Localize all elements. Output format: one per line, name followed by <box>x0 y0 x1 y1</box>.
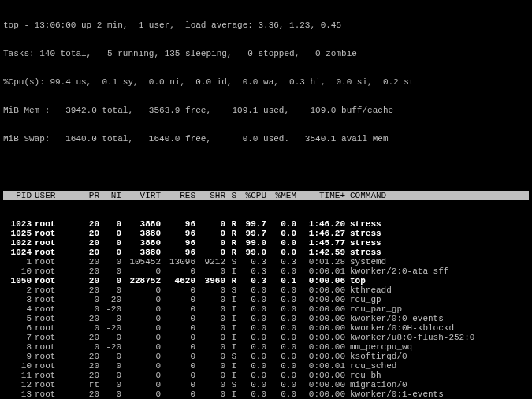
cell-shr: 3960 <box>195 276 225 285</box>
cell-cpu: 0.3 <box>236 276 266 285</box>
cell-pid: 3 <box>3 295 32 304</box>
cell-cpu: 0.3 <box>236 257 266 267</box>
cell-pr: 20 <box>77 248 99 257</box>
cell-mem: 0.0 <box>266 238 296 248</box>
cell-cpu: 0.0 <box>236 342 266 352</box>
cell-virt: 0 <box>121 390 161 399</box>
cell-s: I <box>225 323 236 333</box>
cell-pid: 1023 <box>3 219 32 229</box>
summary-line-2: Tasks: 140 total, 5 running, 135 sleepin… <box>3 49 529 58</box>
process-row: 6root0-20000I0.00.00:00.00kworker/0:0H-k… <box>3 323 529 333</box>
cell-ni: -20 <box>99 304 121 314</box>
cell-user: root <box>32 304 77 314</box>
col-res: RES <box>161 191 195 200</box>
cell-user: root <box>32 285 77 295</box>
cell-shr: 0 <box>195 352 225 361</box>
process-row: 1root200105452130969212S0.30.30:01.28sys… <box>3 257 529 267</box>
cell-virt: 0 <box>121 361 161 371</box>
cell-s: R <box>225 276 236 285</box>
cell-time: 0:00.00 <box>296 352 345 361</box>
cell-ni: 0 <box>99 276 121 285</box>
cell-ni: 0 <box>99 314 121 323</box>
cell-cmd: ksoftirqd/0 <box>345 352 529 361</box>
cell-mem: 0.0 <box>266 361 296 371</box>
cell-virt: 0 <box>121 352 161 361</box>
process-row: 9root200000S0.00.00:00.00ksoftirqd/0 <box>3 352 529 361</box>
cell-s: S <box>225 380 236 390</box>
cell-user: root <box>32 342 77 352</box>
cell-pid: 7 <box>3 333 32 342</box>
cell-time: 0:00.00 <box>296 333 345 342</box>
cell-user: root <box>32 257 77 267</box>
cell-res: 0 <box>161 304 195 314</box>
cell-user: root <box>32 352 77 361</box>
cell-virt: 0 <box>121 333 161 342</box>
cell-pr: 20 <box>77 219 99 229</box>
cell-res: 0 <box>161 352 195 361</box>
cell-pr: 0 <box>77 295 99 304</box>
cell-cmd: kworker/u8:0-flush-252:0 <box>345 333 529 342</box>
cell-shr: 0 <box>195 229 225 238</box>
cell-virt: 3880 <box>121 238 161 248</box>
cell-time: 1:45.77 <box>296 238 345 248</box>
cell-shr: 0 <box>195 285 225 295</box>
process-row: 7root200000I0.00.00:00.00kworker/u8:0-fl… <box>3 333 529 342</box>
cell-res: 0 <box>161 323 195 333</box>
cell-user: root <box>32 361 77 371</box>
cell-mem: 0.0 <box>266 342 296 352</box>
cell-shr: 0 <box>195 380 225 390</box>
cell-cmd: systemd <box>345 257 529 267</box>
cell-mem: 0.0 <box>266 219 296 229</box>
cell-ni: 0 <box>99 380 121 390</box>
process-row: 1022root2003880960R99.00.01:45.77stress <box>3 238 529 248</box>
cell-s: I <box>225 304 236 314</box>
cell-time: 0:00.00 <box>296 390 345 399</box>
cell-cmd: rcu_sched <box>345 361 529 371</box>
cell-ni: 0 <box>99 229 121 238</box>
col-pid: PID <box>3 191 32 200</box>
cell-cmd: mm_percpu_wq <box>345 342 529 352</box>
cell-ni: 0 <box>99 257 121 267</box>
cell-res: 0 <box>161 333 195 342</box>
cell-virt: 0 <box>121 295 161 304</box>
cell-res: 13096 <box>161 257 195 267</box>
cell-time: 0:00.00 <box>296 342 345 352</box>
cell-pr: 0 <box>77 304 99 314</box>
cell-mem: 0.0 <box>266 267 296 276</box>
cell-pr: 20 <box>77 285 99 295</box>
cell-cmd: rcu_bh <box>345 371 529 380</box>
cell-cpu: 99.0 <box>236 248 266 257</box>
cell-virt: 0 <box>121 314 161 323</box>
cell-shr: 0 <box>195 314 225 323</box>
cell-time: 0:00.00 <box>296 285 345 295</box>
cell-mem: 0.0 <box>266 304 296 314</box>
cell-res: 0 <box>161 371 195 380</box>
cell-pid: 1022 <box>3 238 32 248</box>
cell-cpu: 0.0 <box>236 323 266 333</box>
cell-pid: 11 <box>3 371 32 380</box>
cell-pid: 2 <box>3 285 32 295</box>
cell-user: root <box>32 295 77 304</box>
cell-mem: 0.0 <box>266 323 296 333</box>
cell-cpu: 0.0 <box>236 371 266 380</box>
cell-res: 96 <box>161 229 195 238</box>
cell-pid: 1050 <box>3 276 32 285</box>
process-row: 13root200000I0.00.00:00.00kworker/0:1-ev… <box>3 390 529 399</box>
cell-virt: 3880 <box>121 229 161 238</box>
cell-s: I <box>225 267 236 276</box>
cell-mem: 0.0 <box>266 371 296 380</box>
cell-user: root <box>32 248 77 257</box>
cell-pr: 20 <box>77 371 99 380</box>
summary-line-5: MiB Swap: 1640.0 total, 1640.0 free, 0.0… <box>3 134 529 144</box>
col-pr: PR <box>77 191 99 200</box>
cell-res: 0 <box>161 267 195 276</box>
cell-cpu: 99.0 <box>236 238 266 248</box>
cell-time: 0:00.06 <box>296 276 345 285</box>
cell-res: 0 <box>161 390 195 399</box>
terminal-screen[interactable]: top - 13:06:00 up 2 min, 1 user, load av… <box>0 0 532 399</box>
cell-mem: 0.0 <box>266 352 296 361</box>
cell-cpu: 0.0 <box>236 314 266 323</box>
cell-cpu: 0.0 <box>236 333 266 342</box>
cell-shr: 0 <box>195 371 225 380</box>
process-row: 12rootrt0000S0.00.00:00.00migration/0 <box>3 380 529 390</box>
